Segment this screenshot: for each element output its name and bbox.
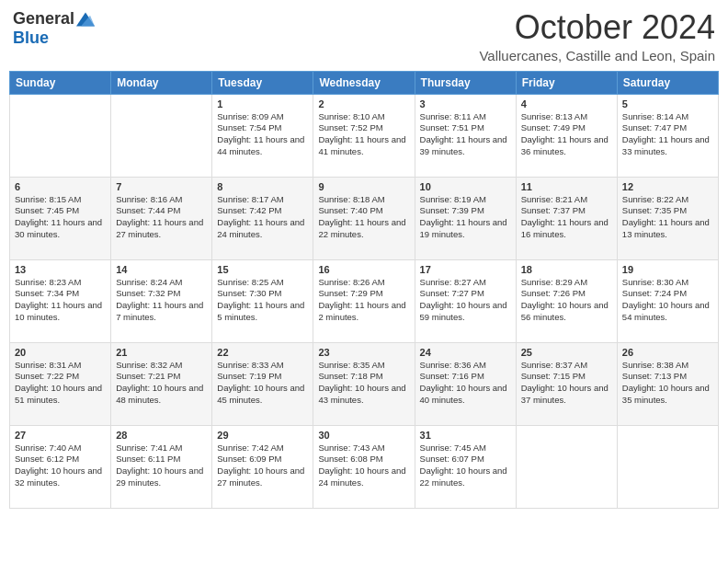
day-number: 24 (420, 347, 511, 358)
day-header-thursday: Thursday (415, 71, 516, 94)
logo-general: General (13, 9, 74, 29)
day-info: Sunrise: 8:25 AM Sunset: 7:30 PM Dayligh… (217, 277, 308, 324)
logo-icon (76, 12, 95, 27)
calendar-cell: 15Sunrise: 8:25 AM Sunset: 7:30 PM Dayli… (212, 259, 313, 342)
calendar-cell (617, 425, 718, 508)
day-header-sunday: Sunday (10, 71, 111, 94)
day-number: 1 (217, 98, 308, 109)
day-header-wednesday: Wednesday (313, 71, 415, 94)
day-info: Sunrise: 8:15 AM Sunset: 7:45 PM Dayligh… (15, 194, 106, 241)
day-info: Sunrise: 8:30 AM Sunset: 7:24 PM Dayligh… (622, 277, 713, 324)
day-number: 22 (217, 347, 308, 358)
calendar-cell: 5Sunrise: 8:14 AM Sunset: 7:47 PM Daylig… (617, 94, 718, 177)
day-info: Sunrise: 8:10 AM Sunset: 7:52 PM Dayligh… (318, 111, 409, 158)
calendar-cell: 8Sunrise: 8:17 AM Sunset: 7:42 PM Daylig… (212, 177, 313, 259)
day-number: 8 (217, 181, 308, 192)
day-number: 28 (116, 430, 207, 441)
calendar-cell: 23Sunrise: 8:35 AM Sunset: 7:18 PM Dayli… (313, 342, 415, 425)
location-title: Valluercanes, Castille and Leon, Spain (479, 48, 715, 63)
calendar-cell: 7Sunrise: 8:16 AM Sunset: 7:44 PM Daylig… (111, 177, 212, 259)
logo-blue: Blue (13, 29, 49, 47)
calendar-cell: 25Sunrise: 8:37 AM Sunset: 7:15 PM Dayli… (516, 342, 617, 425)
calendar-cell: 17Sunrise: 8:27 AM Sunset: 7:27 PM Dayli… (415, 259, 516, 342)
day-number: 31 (420, 430, 511, 441)
day-info: Sunrise: 7:43 AM Sunset: 6:08 PM Dayligh… (318, 442, 409, 489)
day-info: Sunrise: 8:32 AM Sunset: 7:21 PM Dayligh… (116, 360, 207, 407)
day-number: 14 (116, 264, 207, 275)
day-info: Sunrise: 8:31 AM Sunset: 7:22 PM Dayligh… (15, 360, 106, 407)
day-number: 3 (420, 98, 511, 109)
day-number: 2 (318, 98, 409, 109)
day-number: 16 (318, 264, 409, 275)
calendar-cell: 10Sunrise: 8:19 AM Sunset: 7:39 PM Dayli… (415, 177, 516, 259)
calendar-cell (10, 94, 111, 177)
calendar-cell: 13Sunrise: 8:23 AM Sunset: 7:34 PM Dayli… (10, 259, 111, 342)
calendar-cell: 27Sunrise: 7:40 AM Sunset: 6:12 PM Dayli… (10, 425, 111, 508)
logo: General Blue (13, 9, 95, 48)
day-number: 4 (521, 98, 612, 109)
day-number: 7 (116, 181, 207, 192)
day-number: 25 (521, 347, 612, 358)
calendar-cell: 11Sunrise: 8:21 AM Sunset: 7:37 PM Dayli… (516, 177, 617, 259)
day-number: 18 (521, 264, 612, 275)
title-area: October 2024 Valluercanes, Castille and … (479, 9, 715, 63)
calendar-cell: 19Sunrise: 8:30 AM Sunset: 7:24 PM Dayli… (617, 259, 718, 342)
day-info: Sunrise: 8:37 AM Sunset: 7:15 PM Dayligh… (521, 360, 612, 407)
calendar-cell: 28Sunrise: 7:41 AM Sunset: 6:11 PM Dayli… (111, 425, 212, 508)
day-header-saturday: Saturday (617, 71, 718, 94)
day-number: 20 (15, 347, 106, 358)
day-number: 13 (15, 264, 106, 275)
day-number: 30 (318, 430, 409, 441)
day-info: Sunrise: 8:14 AM Sunset: 7:47 PM Dayligh… (622, 111, 713, 158)
day-number: 26 (622, 347, 713, 358)
day-info: Sunrise: 8:27 AM Sunset: 7:27 PM Dayligh… (420, 277, 511, 324)
day-number: 12 (622, 181, 713, 192)
day-number: 11 (521, 181, 612, 192)
calendar-cell: 12Sunrise: 8:22 AM Sunset: 7:35 PM Dayli… (617, 177, 718, 259)
day-number: 27 (15, 430, 106, 441)
calendar-cell: 24Sunrise: 8:36 AM Sunset: 7:16 PM Dayli… (415, 342, 516, 425)
calendar-cell: 31Sunrise: 7:45 AM Sunset: 6:07 PM Dayli… (415, 425, 516, 508)
calendar-cell: 1Sunrise: 8:09 AM Sunset: 7:54 PM Daylig… (212, 94, 313, 177)
day-info: Sunrise: 8:33 AM Sunset: 7:19 PM Dayligh… (217, 360, 308, 407)
day-info: Sunrise: 8:16 AM Sunset: 7:44 PM Dayligh… (116, 194, 207, 241)
day-info: Sunrise: 8:38 AM Sunset: 7:13 PM Dayligh… (622, 360, 713, 407)
day-number: 6 (15, 181, 106, 192)
day-info: Sunrise: 8:22 AM Sunset: 7:35 PM Dayligh… (622, 194, 713, 241)
day-info: Sunrise: 8:36 AM Sunset: 7:16 PM Dayligh… (420, 360, 511, 407)
day-info: Sunrise: 8:24 AM Sunset: 7:32 PM Dayligh… (116, 277, 207, 324)
calendar-cell: 6Sunrise: 8:15 AM Sunset: 7:45 PM Daylig… (10, 177, 111, 259)
month-title: October 2024 (479, 9, 715, 46)
calendar-cell: 2Sunrise: 8:10 AM Sunset: 7:52 PM Daylig… (313, 94, 415, 177)
day-header-tuesday: Tuesday (212, 71, 313, 94)
day-number: 17 (420, 264, 511, 275)
calendar-cell: 30Sunrise: 7:43 AM Sunset: 6:08 PM Dayli… (313, 425, 415, 508)
day-header-monday: Monday (111, 71, 212, 94)
day-info: Sunrise: 8:29 AM Sunset: 7:26 PM Dayligh… (521, 277, 612, 324)
calendar-cell: 3Sunrise: 8:11 AM Sunset: 7:51 PM Daylig… (415, 94, 516, 177)
day-number: 21 (116, 347, 207, 358)
day-info: Sunrise: 8:09 AM Sunset: 7:54 PM Dayligh… (217, 111, 308, 158)
day-number: 29 (217, 430, 308, 441)
page-header: General Blue October 2024 Valluercanes, … (9, 9, 719, 63)
calendar-cell: 22Sunrise: 8:33 AM Sunset: 7:19 PM Dayli… (212, 342, 313, 425)
day-number: 23 (318, 347, 409, 358)
day-info: Sunrise: 8:18 AM Sunset: 7:40 PM Dayligh… (318, 194, 409, 241)
day-number: 19 (622, 264, 713, 275)
day-info: Sunrise: 7:42 AM Sunset: 6:09 PM Dayligh… (217, 442, 308, 489)
calendar-cell: 18Sunrise: 8:29 AM Sunset: 7:26 PM Dayli… (516, 259, 617, 342)
day-info: Sunrise: 8:17 AM Sunset: 7:42 PM Dayligh… (217, 194, 308, 241)
day-header-friday: Friday (516, 71, 617, 94)
day-info: Sunrise: 8:23 AM Sunset: 7:34 PM Dayligh… (15, 277, 106, 324)
calendar-cell: 20Sunrise: 8:31 AM Sunset: 7:22 PM Dayli… (10, 342, 111, 425)
day-info: Sunrise: 8:13 AM Sunset: 7:49 PM Dayligh… (521, 111, 612, 158)
day-number: 9 (318, 181, 409, 192)
calendar-cell: 26Sunrise: 8:38 AM Sunset: 7:13 PM Dayli… (617, 342, 718, 425)
day-info: Sunrise: 8:21 AM Sunset: 7:37 PM Dayligh… (521, 194, 612, 241)
calendar-cell (516, 425, 617, 508)
day-info: Sunrise: 8:26 AM Sunset: 7:29 PM Dayligh… (318, 277, 409, 324)
day-info: Sunrise: 8:11 AM Sunset: 7:51 PM Dayligh… (420, 111, 511, 158)
calendar-cell: 14Sunrise: 8:24 AM Sunset: 7:32 PM Dayli… (111, 259, 212, 342)
day-info: Sunrise: 8:19 AM Sunset: 7:39 PM Dayligh… (420, 194, 511, 241)
calendar-cell: 9Sunrise: 8:18 AM Sunset: 7:40 PM Daylig… (313, 177, 415, 259)
